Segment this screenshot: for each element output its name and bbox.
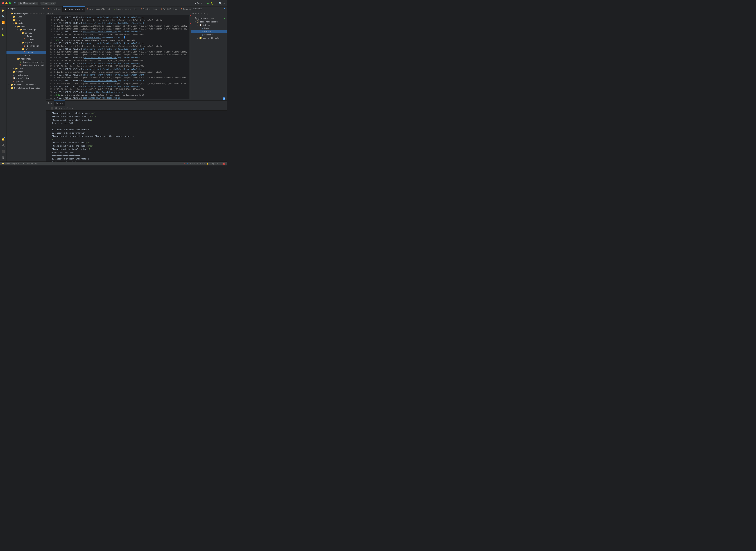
horizontal-scrollbar[interactable] bbox=[46, 99, 191, 100]
console-output[interactable]: Please input the student's name:sam2↓Ple… bbox=[46, 111, 227, 161]
icon-rail-debug[interactable]: 🐛 bbox=[1, 32, 6, 37]
tab-mybatis[interactable]: X mybatis-config.xml bbox=[85, 6, 112, 12]
tree-xml-icon-pom: X bbox=[13, 80, 16, 83]
db-item-student-table[interactable]: ▶ ▤ student bbox=[191, 33, 227, 36]
tab-sqlutil[interactable]: C SqlUtil.java bbox=[159, 6, 179, 12]
tree-item-book-manage[interactable]: ▾ 📂 book.manage bbox=[6, 28, 46, 31]
more-icon[interactable]: ⋮ bbox=[215, 2, 217, 4]
db-add-btn[interactable]: + bbox=[195, 12, 197, 15]
tab-bookmapper[interactable]: I BookMapper.java bbox=[179, 6, 191, 12]
tree-item-root[interactable]: ▾ 📂 BookManagment ~/Desktop/Projects bbox=[6, 12, 46, 15]
icon-rail-database[interactable]: 🗄 bbox=[1, 155, 6, 160]
tree-java-icon-bookmapper: I bbox=[24, 45, 27, 47]
debug-icon[interactable]: 🐛 bbox=[210, 2, 214, 5]
db-edit-btn[interactable]: ✏ bbox=[201, 12, 203, 15]
tree-item-extlibs[interactable]: ▶ 📁 External Libraries bbox=[6, 83, 46, 86]
tree-item-mainclass[interactable]: ▶ C Main bbox=[6, 54, 46, 57]
tab-logging[interactable]: ⚙ logging.properties bbox=[112, 6, 139, 12]
search-icon[interactable]: 🔍 bbox=[219, 2, 222, 5]
db-student-table-icon: ▤ bbox=[202, 33, 203, 36]
tree-item-main[interactable]: ▾ 📂 main bbox=[6, 22, 46, 25]
minimize-button[interactable] bbox=[5, 2, 8, 4]
bottom-tab-main-close[interactable]: ✕ bbox=[62, 102, 63, 104]
tree-item-resources[interactable]: ▾ 📂 resources bbox=[6, 57, 46, 60]
tree-item-src[interactable]: ▾ 📂 src bbox=[6, 18, 46, 22]
tab-mainjava[interactable]: C Main.java bbox=[46, 6, 63, 12]
maximize-button[interactable] bbox=[9, 2, 11, 4]
log-content[interactable]: 1Apr 29, 2024 12:00:11 AM org.apache.iba… bbox=[46, 15, 189, 99]
tree-item-scratches[interactable]: ▶ 📁 Scratches and Consoles bbox=[6, 86, 46, 90]
tab-bookmapper-icon: I bbox=[181, 8, 182, 10]
tree-item-student[interactable]: ▶ C Student bbox=[6, 38, 46, 41]
db-item-book-table[interactable]: ▶ ▤ book bbox=[191, 27, 227, 30]
icon-rail-vcs[interactable]: 🔀 bbox=[1, 20, 6, 25]
project-name-button[interactable]: BookManagment ▾ bbox=[18, 2, 38, 5]
status-indent: 4 spaces bbox=[210, 162, 219, 164]
db-item-book-management[interactable]: ▾ 🗄 book_management bbox=[191, 20, 227, 23]
db-item-borrow-table[interactable]: ▶ ▤ borrow bbox=[191, 30, 227, 33]
console-line: Please input the book's price:10 bbox=[48, 148, 225, 151]
run-icon[interactable]: ▶ bbox=[207, 1, 209, 5]
icon-rail-terminal[interactable]: ⬛ bbox=[1, 149, 6, 154]
icon-rail-notifications[interactable]: 🔔 bbox=[1, 137, 6, 142]
line-number: 10 bbox=[47, 42, 52, 45]
icon-rail-project[interactable]: 📁 bbox=[1, 8, 6, 13]
console-wrap-btn[interactable]: ≡ bbox=[63, 106, 66, 110]
console-scroll-up-btn[interactable]: ▲ bbox=[58, 107, 60, 110]
console-more-btn[interactable]: ⋯ bbox=[69, 106, 71, 110]
tree-item-sql[interactable]: ▾ 📂 sql bbox=[6, 47, 46, 51]
tree-label-entity: entity bbox=[25, 32, 32, 34]
run-config-button[interactable]: ▶ Main ▾ bbox=[194, 2, 206, 5]
console-stop-btn[interactable]: ⬛ bbox=[50, 106, 54, 110]
console-settings-btn[interactable]: ⚙ bbox=[72, 106, 74, 110]
console-scroll-down-btn[interactable]: ▼ bbox=[61, 107, 63, 110]
tree-item-sqlutil[interactable]: ▶ C SqlUtil bbox=[6, 51, 46, 54]
scrollbar-thumb-h[interactable] bbox=[64, 99, 136, 100]
db-connection-dot bbox=[224, 18, 225, 19]
console-arrow bbox=[48, 145, 51, 148]
project-panel-header[interactable]: Project ▾ bbox=[6, 6, 46, 11]
db-item-localhost[interactable]: ▾ 🔌 @localhost 1/1 bbox=[191, 17, 227, 20]
tree-item-entity[interactable]: ▾ 📂 entity bbox=[6, 31, 46, 35]
error-marker-1 bbox=[190, 15, 191, 16]
tree-item-consolelog[interactable]: ▶ 📋 console.log bbox=[6, 77, 46, 80]
console-filter-btn[interactable]: ⊟ bbox=[66, 106, 68, 110]
close-button[interactable] bbox=[2, 2, 4, 4]
bottom-tab-run[interactable]: Run bbox=[46, 100, 54, 106]
console-clear-btn[interactable]: 🗑 bbox=[54, 106, 58, 110]
icon-rail-search[interactable]: 🔍 bbox=[1, 14, 6, 19]
log-line-text: FINE: TLSHandshake: localhost:3306, TLSv… bbox=[54, 65, 144, 68]
line-number: 23 bbox=[47, 79, 52, 82]
tree-item-idea[interactable]: ▶ 📁 .idea bbox=[6, 15, 46, 18]
db-item-tables[interactable]: ▾ 📋 tables bbox=[191, 23, 227, 27]
tree-item-mapper[interactable]: ▾ 📂 mapper bbox=[6, 41, 46, 44]
db-item-server-objects[interactable]: ▶ 📁 Server Objects bbox=[191, 36, 227, 40]
tab-studentjava[interactable]: C Student.java bbox=[139, 6, 159, 12]
db-run-btn[interactable]: ▶ bbox=[203, 12, 206, 15]
tree-item-gitignore[interactable]: ▶ G .gitignore bbox=[6, 73, 46, 77]
tree-item-java[interactable]: ▾ 📂 java bbox=[6, 25, 46, 28]
tree-item-mybatis[interactable]: ▶ X mybatis-config.xml bbox=[6, 64, 46, 67]
tree-item-bookmapper[interactable]: ▶ I BookMapper bbox=[6, 44, 46, 47]
console-restart-btn[interactable]: ↻ bbox=[47, 106, 50, 110]
bottom-tab-main[interactable]: Main ✕ bbox=[54, 100, 65, 106]
icon-rail-run[interactable]: ▶ bbox=[1, 26, 6, 31]
tab-consolelog-close[interactable]: ✕ bbox=[82, 8, 83, 10]
tree-item-test[interactable]: ▶ 📁 test bbox=[6, 67, 46, 70]
tree-label-scratches: Scratches and Consoles bbox=[14, 87, 40, 89]
db-minus-btn[interactable]: − bbox=[198, 12, 200, 15]
line-number: 19 bbox=[47, 68, 52, 70]
tree-item-target[interactable]: ▶ 📁 target bbox=[6, 70, 46, 73]
console-line: 2. Insert a book information bbox=[48, 131, 225, 135]
tree-item-pomxml[interactable]: ▶ X pom.xml bbox=[6, 80, 46, 83]
log-line-text: Apr 29, 2024 12:02:46 AM book.manage.Mai… bbox=[54, 96, 120, 99]
icon-rail-plugins[interactable]: 🔌 bbox=[1, 143, 6, 148]
db-refresh-btn[interactable]: ↻ bbox=[192, 12, 194, 15]
status-breadcrumb-sep: › bbox=[20, 162, 22, 164]
tab-consolelog[interactable]: 📋 console.log ✕ bbox=[63, 6, 85, 12]
tree-item-book[interactable]: ▶ C Book bbox=[6, 35, 46, 38]
tree-item-logging[interactable]: ▶ ⚙ logging.properties bbox=[6, 60, 46, 64]
db-more-btn[interactable]: ⋮ bbox=[206, 12, 209, 15]
settings-icon[interactable]: ⚙ bbox=[223, 2, 225, 5]
branch-button[interactable]: ⎇ master ▾ bbox=[40, 2, 55, 5]
